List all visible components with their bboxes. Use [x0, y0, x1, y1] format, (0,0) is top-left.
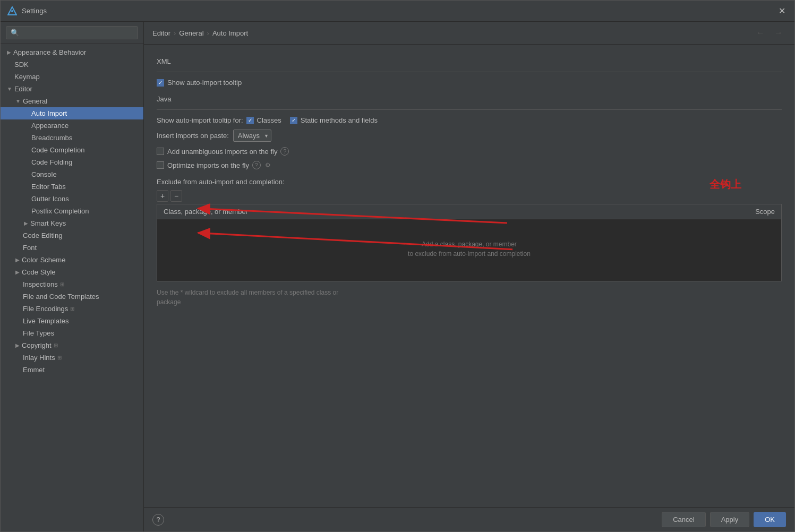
- table-empty-line2: to exclude from auto-import and completi…: [168, 250, 771, 258]
- sidebar-item-label: Auto Import: [31, 109, 67, 117]
- nav-forward-button[interactable]: →: [771, 27, 786, 39]
- table-col-class: Class, package, or member: [157, 204, 717, 219]
- cancel-button[interactable]: Cancel: [662, 512, 705, 527]
- add-unambiguous-checkbox[interactable]: [157, 148, 164, 155]
- sidebar-item-appearance[interactable]: Appearance: [1, 119, 143, 132]
- sidebar-item-editor[interactable]: ▼Editor: [1, 83, 143, 95]
- sidebar-item-inspections[interactable]: Inspections⊞: [1, 278, 143, 290]
- sidebar-item-label: Code Style: [22, 268, 56, 276]
- sidebar-item-label: File and Code Templates: [23, 293, 99, 301]
- optimize-imports-settings-icon[interactable]: ⚙: [264, 161, 272, 169]
- apply-button[interactable]: Apply: [710, 512, 750, 527]
- search-box: [1, 22, 143, 44]
- sidebar: ▶Appearance & BehaviorSDKKeymap▼Editor▼G…: [1, 22, 144, 531]
- java-divider: [157, 109, 782, 110]
- optimize-imports-label: Optimize imports on the fly: [167, 161, 249, 169]
- sidebar-item-label: File Types: [23, 329, 54, 337]
- sidebar-item-file-code-templates[interactable]: File and Code Templates: [1, 290, 143, 303]
- sidebar-item-keymap[interactable]: Keymap: [1, 71, 143, 83]
- sidebar-item-label: Font: [23, 244, 37, 252]
- sidebar-item-font[interactable]: Font: [1, 242, 143, 254]
- settings-window: Settings ✕ ▶Appearance & BehaviorSDKKeym…: [0, 0, 795, 532]
- insert-imports-select[interactable]: Always Ask Never: [233, 130, 271, 142]
- sidebar-item-code-editing[interactable]: Code Editing: [1, 229, 143, 242]
- sidebar-item-inlay-hints[interactable]: Inlay Hints⊞: [1, 351, 143, 364]
- sidebar-item-editor-tabs[interactable]: Editor Tabs: [1, 181, 143, 193]
- nav-back-button[interactable]: ←: [753, 27, 768, 39]
- optimize-imports-checkbox[interactable]: [157, 161, 164, 169]
- sidebar-item-code-style[interactable]: ▶Code Style: [1, 266, 143, 278]
- arrow-icon: ▶: [7, 49, 11, 55]
- sidebar-item-label: Copyright: [22, 341, 52, 349]
- sidebar-item-label: Appearance & Behavior: [13, 48, 86, 56]
- classes-label: Classes: [257, 116, 281, 124]
- sidebar-item-label: Code Editing: [23, 231, 62, 239]
- sidebar-item-label: Appearance: [31, 122, 69, 130]
- search-input[interactable]: [6, 26, 138, 39]
- sidebar-item-gutter-icons[interactable]: Gutter Icons: [1, 193, 143, 205]
- sidebar-item-label: Keymap: [14, 73, 40, 81]
- external-icon: ⊞: [70, 306, 74, 312]
- xml-show-tooltip-checkbox[interactable]: [157, 79, 164, 87]
- sidebar-item-label: Postfix Completion: [31, 207, 89, 215]
- breadcrumb-editor[interactable]: Editor: [152, 29, 170, 37]
- breadcrumb-sep-1: ›: [174, 29, 176, 37]
- arrow-icon: ▶: [15, 269, 20, 275]
- insert-imports-row: Insert imports on paste: Always Ask Neve…: [157, 130, 782, 142]
- sidebar-item-label: Smart Keys: [30, 219, 66, 227]
- sidebar-item-label: Editor: [14, 85, 32, 93]
- breadcrumb-sep-2: ›: [207, 29, 209, 37]
- sidebar-item-label: Gutter Icons: [31, 195, 69, 203]
- exclude-toolbar: + −: [157, 190, 782, 202]
- arrow-icon: ▼: [7, 86, 12, 92]
- table-empty-area: Add a class, package, or member to exclu…: [157, 219, 781, 281]
- sidebar-item-label: General: [23, 97, 47, 105]
- arrow-icon: ▶: [15, 342, 20, 348]
- exclude-table: Class, package, or member Scope Add a cl…: [157, 204, 782, 281]
- external-icon: ⊞: [60, 281, 64, 287]
- sidebar-item-color-scheme[interactable]: ▶Color Scheme: [1, 254, 143, 266]
- table-col-scope: Scope: [717, 204, 781, 219]
- sidebar-tree: ▶Appearance & BehaviorSDKKeymap▼Editor▼G…: [1, 44, 143, 531]
- exclude-section: Exclude from auto-import and completion:…: [157, 178, 782, 281]
- content-area: XML Show auto-import tooltip Java Show a…: [144, 45, 794, 507]
- insert-imports-select-wrapper: Always Ask Never: [233, 130, 271, 142]
- help-button[interactable]: ?: [152, 514, 164, 526]
- close-button[interactable]: ✕: [775, 5, 788, 18]
- sidebar-item-general[interactable]: ▼General: [1, 95, 143, 107]
- sidebar-item-copyright[interactable]: ▶Copyright⊞: [1, 339, 143, 351]
- sidebar-item-smart-keys[interactable]: ▶Smart Keys: [1, 217, 143, 229]
- sidebar-item-label: Inlay Hints: [23, 354, 55, 362]
- app-icon: [7, 6, 18, 16]
- add-exclude-button[interactable]: +: [157, 190, 168, 202]
- sidebar-item-sdk[interactable]: SDK: [1, 58, 143, 71]
- sidebar-item-label: Live Templates: [23, 317, 69, 325]
- sidebar-item-code-completion[interactable]: Code Completion: [1, 144, 143, 156]
- sidebar-item-postfix-completion[interactable]: Postfix Completion: [1, 205, 143, 217]
- static-methods-checkbox[interactable]: [290, 117, 297, 124]
- add-unambiguous-help-icon[interactable]: ?: [280, 147, 289, 156]
- sidebar-item-appearance-behavior[interactable]: ▶Appearance & Behavior: [1, 46, 143, 58]
- sidebar-item-live-templates[interactable]: Live Templates: [1, 315, 143, 327]
- ok-button[interactable]: OK: [754, 512, 786, 527]
- static-methods-label: Static methods and fields: [301, 116, 378, 124]
- external-icon: ⊞: [57, 355, 62, 361]
- classes-checkbox[interactable]: [246, 117, 254, 124]
- table-header: Class, package, or member Scope: [157, 204, 781, 219]
- sidebar-item-file-types[interactable]: File Types: [1, 327, 143, 339]
- sidebar-item-label: Emmet: [23, 366, 45, 374]
- add-unambiguous-row: Add unambiguous imports on the fly ?: [157, 147, 782, 156]
- insert-imports-label: Insert imports on paste:: [157, 132, 229, 140]
- sidebar-item-auto-import[interactable]: Auto Import: [1, 107, 143, 119]
- breadcrumb-auto-import[interactable]: Auto Import: [212, 29, 248, 37]
- sidebar-item-file-encodings[interactable]: File Encodings⊞: [1, 303, 143, 315]
- breadcrumb-general[interactable]: General: [179, 29, 203, 37]
- sidebar-item-code-folding[interactable]: Code Folding: [1, 156, 143, 168]
- sidebar-item-breadcrumbs[interactable]: Breadcrumbs: [1, 132, 143, 144]
- sidebar-item-emmet[interactable]: Emmet: [1, 364, 143, 376]
- optimize-imports-help-icon[interactable]: ?: [252, 161, 261, 169]
- sidebar-item-console[interactable]: Console: [1, 168, 143, 181]
- sidebar-item-label: Code Folding: [31, 158, 72, 166]
- show-tooltip-for-row: Show auto-import tooltip for: Classes St…: [157, 116, 782, 124]
- remove-exclude-button[interactable]: −: [170, 190, 182, 202]
